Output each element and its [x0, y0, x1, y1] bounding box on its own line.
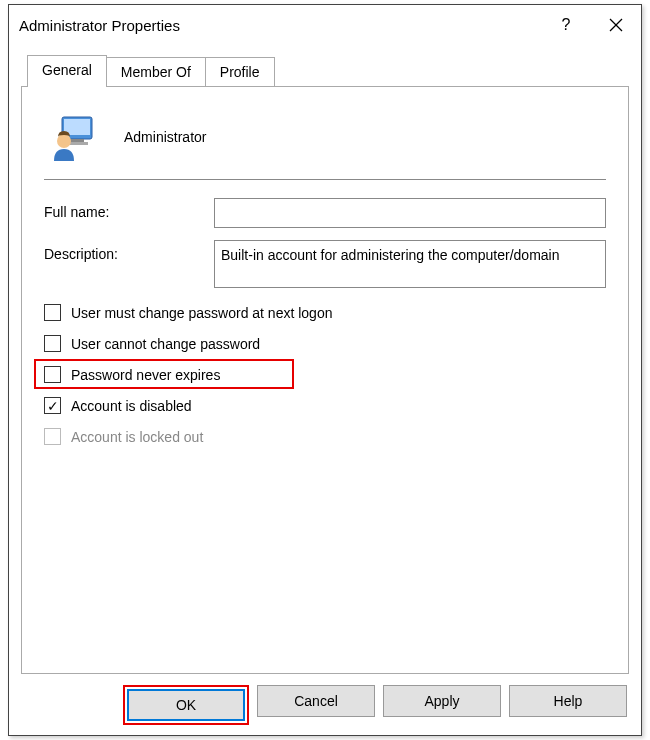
user-display-name: Administrator — [124, 129, 206, 145]
svg-rect-4 — [70, 139, 84, 142]
svg-point-6 — [57, 134, 71, 148]
checkbox-cannot-change-password[interactable]: User cannot change password — [44, 333, 606, 354]
checkbox-box — [44, 304, 61, 321]
description-row: Description: Built-in account for admini… — [44, 240, 606, 288]
checkbox-label: Account is locked out — [71, 429, 203, 445]
dialog-button-row: OK Cancel Apply Help — [9, 685, 641, 725]
annotation-highlight: OK — [123, 685, 249, 725]
divider — [44, 179, 606, 180]
titlebar: Administrator Properties ? — [9, 5, 641, 45]
tab-general-label: General — [42, 62, 92, 78]
fullname-row: Full name: — [44, 198, 606, 228]
help-button[interactable]: Help — [509, 685, 627, 717]
checkbox-password-never-expires[interactable]: Password never expires — [44, 364, 606, 385]
checkbox-label: User must change password at next logon — [71, 305, 332, 321]
checkbox-label: User cannot change password — [71, 336, 260, 352]
checkbox-box — [44, 428, 61, 445]
checkbox-group: User must change password at next logon … — [44, 302, 606, 447]
checkbox-box — [44, 366, 61, 383]
fullname-input[interactable] — [214, 198, 606, 228]
help-icon[interactable]: ? — [541, 5, 591, 45]
tabstrip: General Member Of Profile — [9, 45, 641, 86]
close-icon[interactable] — [591, 5, 641, 45]
checkbox-must-change-password[interactable]: User must change password at next logon — [44, 302, 606, 323]
checkbox-account-disabled[interactable]: Account is disabled — [44, 395, 606, 416]
checkbox-label: Account is disabled — [71, 398, 192, 414]
tab-member-of[interactable]: Member Of — [106, 57, 206, 86]
description-label: Description: — [44, 240, 214, 262]
cancel-button[interactable]: Cancel — [257, 685, 375, 717]
user-header-row: Administrator — [44, 107, 606, 173]
tab-panel-general: Administrator Full name: Description: Bu… — [21, 86, 629, 674]
tab-general[interactable]: General — [27, 55, 107, 87]
tab-member-of-label: Member Of — [121, 64, 191, 80]
description-input[interactable]: Built-in account for administering the c… — [214, 240, 606, 288]
user-account-icon — [48, 111, 100, 163]
apply-button[interactable]: Apply — [383, 685, 501, 717]
fullname-label: Full name: — [44, 198, 214, 220]
window-title: Administrator Properties — [19, 17, 541, 34]
checkbox-account-locked-out: Account is locked out — [44, 426, 606, 447]
checkbox-box — [44, 397, 61, 414]
ok-button[interactable]: OK — [127, 689, 245, 721]
tab-profile-label: Profile — [220, 64, 260, 80]
properties-dialog: Administrator Properties ? General Membe… — [8, 4, 642, 736]
checkbox-label: Password never expires — [71, 367, 220, 383]
tab-profile[interactable]: Profile — [205, 57, 275, 86]
checkbox-box — [44, 335, 61, 352]
